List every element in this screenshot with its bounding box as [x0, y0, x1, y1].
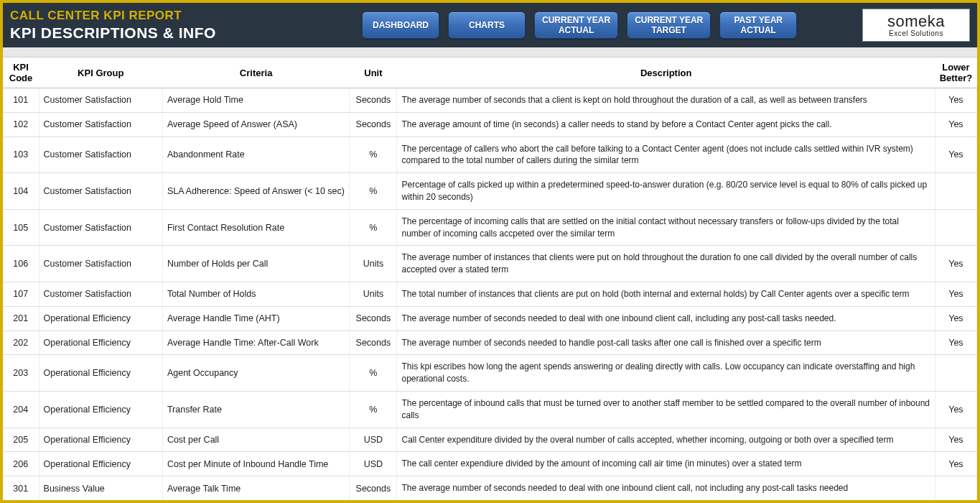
cell-desc: The average amount of time (in seconds) … [397, 112, 935, 137]
table-header-row: KPI Code KPI Group Criteria Unit Descrip… [3, 57, 977, 88]
cell-unit: Seconds [350, 476, 397, 501]
cell-criteria: Number of Holds per Call [162, 246, 349, 282]
cell-criteria: Average Talk Time [162, 476, 349, 501]
cell-lower [935, 355, 976, 392]
cell-unit: % [350, 137, 397, 173]
cell-desc: Percentage of calls picked up within a p… [397, 173, 935, 210]
table-row: 205Operational EfficiencyCost per CallUS… [3, 428, 977, 452]
table-row: 201Operational EfficiencyAverage Handle … [3, 306, 977, 331]
cell-unit: Seconds [350, 88, 397, 113]
cell-lower [935, 173, 976, 210]
cell-unit: Seconds [350, 331, 397, 355]
cell-criteria: Average Handle Time (AHT) [162, 306, 349, 331]
cell-code: 206 [3, 452, 39, 476]
nav-dashboard-button[interactable]: DASHBOARD [362, 11, 439, 39]
cell-lower: Yes [935, 428, 976, 452]
cell-group: Operational Efficiency [39, 355, 162, 392]
cell-group: Customer Satisfaction [39, 209, 162, 246]
cell-desc: The average number of seconds needed to … [397, 331, 935, 355]
cell-lower: Yes [935, 331, 976, 355]
cell-desc: The average number of instances that cli… [397, 246, 935, 282]
cell-group: Operational Efficiency [39, 452, 162, 476]
cell-code: 301 [3, 476, 39, 501]
cell-code: 203 [3, 355, 39, 392]
th-lower: Lower Better? [935, 57, 976, 88]
cell-group: Customer Satisfaction [39, 246, 162, 282]
cell-lower: Yes [935, 452, 976, 476]
cell-criteria: First Contact Resolution Rate [162, 209, 349, 246]
cell-code: 202 [3, 331, 39, 355]
th-desc: Description [397, 57, 935, 88]
cell-code: 205 [3, 428, 39, 452]
nav-buttons: DASHBOARD CHARTS CURRENT YEAR ACTUAL CUR… [362, 3, 797, 47]
cell-criteria: Average Handle Time: After-Call Work [162, 331, 349, 355]
cell-code: 204 [3, 391, 39, 428]
header-separator [3, 47, 977, 57]
cell-desc: The percentage of inbound calls that mus… [397, 391, 935, 428]
cell-code: 201 [3, 306, 39, 331]
table-row: 106Customer SatisfactionNumber of Holds … [3, 246, 977, 282]
cell-desc: The total number of instances that clien… [397, 282, 935, 306]
cell-unit: Seconds [350, 112, 397, 137]
someka-logo: someka Excel Solutions [862, 9, 970, 42]
table-row: 204Operational EfficiencyTransfer Rate%T… [3, 391, 977, 428]
cell-lower: Yes [935, 88, 976, 113]
cell-desc: The average number of seconds needed to … [397, 476, 935, 501]
table-row: 101Customer SatisfactionAverage Hold Tim… [3, 88, 977, 113]
cell-criteria: Cost per Minute of Inbound Handle Time [162, 452, 349, 476]
cell-unit: USD [350, 428, 397, 452]
table-row: 102Customer SatisfactionAverage Speed of… [3, 112, 977, 137]
table-row: 103Customer SatisfactionAbandonment Rate… [3, 137, 977, 173]
cell-unit: Seconds [350, 306, 397, 331]
cell-lower [935, 209, 976, 246]
table-row: 105Customer SatisfactionFirst Contact Re… [3, 209, 977, 246]
nav-current-year-actual-button[interactable]: CURRENT YEAR ACTUAL [534, 11, 618, 39]
table-row: 202Operational EfficiencyAverage Handle … [3, 331, 977, 355]
cell-unit: % [350, 209, 397, 246]
cell-criteria: Total Number of Holds [162, 282, 349, 306]
cell-unit: Units [350, 282, 397, 306]
table-row: 107Customer SatisfactionTotal Number of … [3, 282, 977, 306]
report-subtitle: KPI DESCRIPTIONS & INFO [10, 24, 218, 42]
cell-criteria: Average Hold Time [162, 88, 349, 113]
cell-unit: Units [350, 246, 397, 282]
cell-criteria: Cost per Call [162, 428, 349, 452]
cell-lower: Yes [935, 391, 976, 428]
cell-unit: USD [350, 452, 397, 476]
cell-code: 102 [3, 112, 39, 137]
cell-desc: The average number of seconds that a cli… [397, 88, 935, 113]
cell-group: Customer Satisfaction [39, 137, 162, 173]
nav-charts-button[interactable]: CHARTS [448, 11, 526, 39]
cell-code: 104 [3, 173, 39, 210]
cell-desc: The call center expendiure divided by th… [397, 452, 935, 476]
cell-group: Operational Efficiency [39, 331, 162, 355]
report-title: CALL CENTER KPI REPORT [10, 9, 218, 23]
cell-unit: % [350, 173, 397, 210]
cell-group: Operational Efficiency [39, 428, 162, 452]
th-criteria: Criteria [162, 57, 349, 88]
cell-code: 106 [3, 246, 39, 282]
title-block: CALL CENTER KPI REPORT KPI DESCRIPTIONS … [3, 3, 218, 47]
cell-group: Operational Efficiency [39, 306, 162, 331]
cell-group: Business Value [39, 476, 162, 501]
nav-past-year-actual-button[interactable]: PAST YEAR ACTUAL [719, 11, 797, 39]
cell-criteria: Average Speed of Answer (ASA) [162, 112, 349, 137]
cell-criteria: Agent Occupancy [162, 355, 349, 392]
cell-group: Customer Satisfaction [39, 282, 162, 306]
cell-code: 105 [3, 209, 39, 246]
th-unit: Unit [350, 57, 397, 88]
th-code: KPI Code [3, 57, 39, 88]
nav-current-year-target-button[interactable]: CURRENT YEAR TARGET [627, 11, 711, 39]
cell-lower: Yes [935, 246, 976, 282]
cell-lower: Yes [935, 137, 976, 173]
cell-lower: Yes [935, 112, 976, 137]
kpi-table: KPI Code KPI Group Criteria Unit Descrip… [3, 57, 977, 501]
th-group: KPI Group [39, 57, 162, 88]
cell-code: 103 [3, 137, 39, 173]
cell-group: Customer Satisfaction [39, 88, 162, 113]
cell-unit: % [350, 355, 397, 392]
table-row: 104Customer SatisfactionSLA Adherence: S… [3, 173, 977, 210]
cell-desc: This kpi escribes how long the agent spe… [397, 355, 935, 392]
cell-code: 107 [3, 282, 39, 306]
cell-criteria: SLA Adherence: Speed of Answer (< 10 sec… [162, 173, 349, 210]
